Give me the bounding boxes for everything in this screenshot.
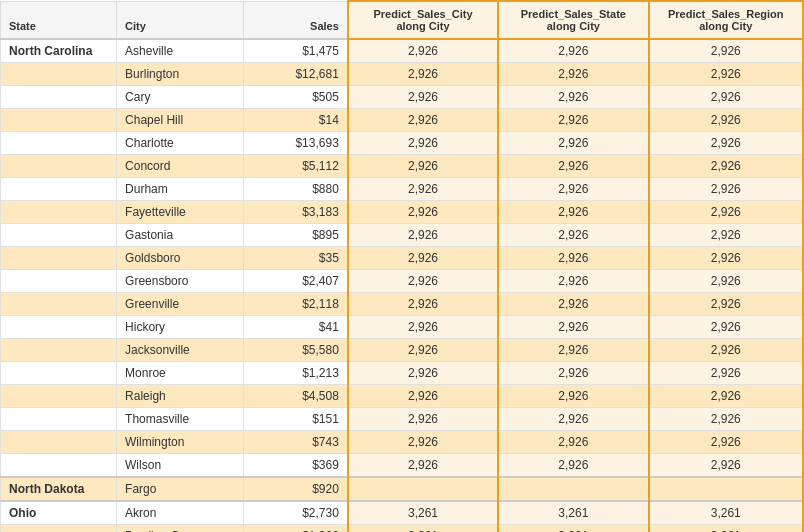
cell-state: North Dakota <box>1 477 117 501</box>
cell-sales: $151 <box>244 408 348 431</box>
cell-state <box>1 270 117 293</box>
cell-predict-3: 2,926 <box>649 408 803 431</box>
table-row: Thomasville$1512,9262,9262,926 <box>1 408 804 431</box>
cell-state <box>1 362 117 385</box>
table-row: Cary$5052,9262,9262,926 <box>1 86 804 109</box>
cell-city: Raleigh <box>117 385 244 408</box>
cell-state <box>1 247 117 270</box>
cell-city: Gastonia <box>117 224 244 247</box>
cell-city: Hickory <box>117 316 244 339</box>
table-row: Wilson$3692,9262,9262,926 <box>1 454 804 478</box>
cell-city: Concord <box>117 155 244 178</box>
table-row: Concord$5,1122,9262,9262,926 <box>1 155 804 178</box>
cell-predict-1: 2,926 <box>348 454 498 478</box>
table-row: Bowling Green$1,8663,2613,2613,261 <box>1 525 804 533</box>
header-predict-state: Predict_Sales_Statealong City <box>498 1 648 39</box>
cell-sales: $41 <box>244 316 348 339</box>
cell-sales: $13,693 <box>244 132 348 155</box>
cell-state <box>1 63 117 86</box>
cell-predict-3: 3,261 <box>649 525 803 533</box>
cell-predict-3: 2,926 <box>649 293 803 316</box>
cell-predict-2: 2,926 <box>498 431 648 454</box>
table-row: Goldsboro$352,9262,9262,926 <box>1 247 804 270</box>
cell-predict-1: 2,926 <box>348 362 498 385</box>
cell-predict-3: 3,261 <box>649 501 803 525</box>
cell-state <box>1 525 117 533</box>
cell-predict-2: 2,926 <box>498 86 648 109</box>
cell-predict-1: 2,926 <box>348 247 498 270</box>
cell-predict-2: 2,926 <box>498 339 648 362</box>
table-row: Gastonia$8952,9262,9262,926 <box>1 224 804 247</box>
cell-sales: $895 <box>244 224 348 247</box>
cell-city: Thomasville <box>117 408 244 431</box>
cell-predict-2: 2,926 <box>498 408 648 431</box>
cell-city: Monroe <box>117 362 244 385</box>
table-row: North DakotaFargo$920 <box>1 477 804 501</box>
cell-city: Greensboro <box>117 270 244 293</box>
cell-sales: $880 <box>244 178 348 201</box>
cell-predict-3: 2,926 <box>649 178 803 201</box>
cell-state <box>1 339 117 362</box>
table-row: Hickory$412,9262,9262,926 <box>1 316 804 339</box>
cell-predict-1: 3,261 <box>348 525 498 533</box>
cell-predict-3: 2,926 <box>649 224 803 247</box>
table-row: Greenville$2,1182,9262,9262,926 <box>1 293 804 316</box>
cell-predict-1: 2,926 <box>348 201 498 224</box>
cell-predict-1: 2,926 <box>348 109 498 132</box>
cell-city: Akron <box>117 501 244 525</box>
cell-city: Jacksonville <box>117 339 244 362</box>
data-table: State City Sales Predict_Sales_Cityalong… <box>0 0 804 532</box>
cell-city: Fargo <box>117 477 244 501</box>
cell-state <box>1 86 117 109</box>
table-row: Charlotte$13,6932,9262,9262,926 <box>1 132 804 155</box>
cell-state <box>1 132 117 155</box>
cell-city: Goldsboro <box>117 247 244 270</box>
cell-sales: $4,508 <box>244 385 348 408</box>
cell-sales: $369 <box>244 454 348 478</box>
cell-predict-1: 2,926 <box>348 293 498 316</box>
cell-sales: $5,112 <box>244 155 348 178</box>
cell-city: Wilmington <box>117 431 244 454</box>
cell-state <box>1 385 117 408</box>
cell-predict-3: 2,926 <box>649 155 803 178</box>
cell-sales: $2,730 <box>244 501 348 525</box>
cell-city: Charlotte <box>117 132 244 155</box>
header-predict-city: Predict_Sales_Cityalong City <box>348 1 498 39</box>
cell-predict-3: 2,926 <box>649 201 803 224</box>
cell-predict-1: 2,926 <box>348 431 498 454</box>
cell-sales: $35 <box>244 247 348 270</box>
header-sales: Sales <box>244 1 348 39</box>
cell-state <box>1 178 117 201</box>
cell-predict-2: 3,261 <box>498 501 648 525</box>
cell-city: Greenville <box>117 293 244 316</box>
cell-predict-2: 2,926 <box>498 224 648 247</box>
cell-predict-3: 2,926 <box>649 362 803 385</box>
cell-predict-2: 2,926 <box>498 270 648 293</box>
cell-predict-1 <box>348 477 498 501</box>
cell-predict-2: 3,261 <box>498 525 648 533</box>
cell-predict-2: 2,926 <box>498 201 648 224</box>
cell-state <box>1 408 117 431</box>
cell-state: Ohio <box>1 501 117 525</box>
cell-state <box>1 431 117 454</box>
table-row: Raleigh$4,5082,9262,9262,926 <box>1 385 804 408</box>
cell-state <box>1 155 117 178</box>
cell-predict-2: 2,926 <box>498 109 648 132</box>
cell-sales: $3,183 <box>244 201 348 224</box>
cell-sales: $920 <box>244 477 348 501</box>
header-predict-region: Predict_Sales_Regionalong City <box>649 1 803 39</box>
cell-predict-1: 2,926 <box>348 339 498 362</box>
cell-sales: $743 <box>244 431 348 454</box>
cell-state <box>1 224 117 247</box>
cell-predict-2: 2,926 <box>498 385 648 408</box>
cell-predict-3 <box>649 477 803 501</box>
cell-predict-2: 2,926 <box>498 454 648 478</box>
cell-state <box>1 109 117 132</box>
cell-sales: $1,475 <box>244 39 348 63</box>
cell-sales: $1,866 <box>244 525 348 533</box>
header-city: City <box>117 1 244 39</box>
cell-state <box>1 316 117 339</box>
cell-predict-3: 2,926 <box>649 339 803 362</box>
cell-predict-3: 2,926 <box>649 316 803 339</box>
cell-city: Fayetteville <box>117 201 244 224</box>
